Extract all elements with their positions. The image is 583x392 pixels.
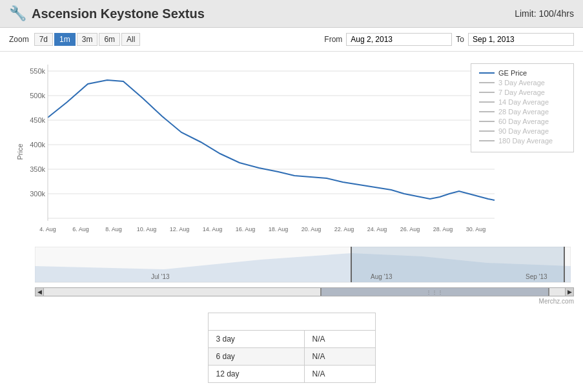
navigator-svg: Jul '13 Aug '13 Sep '13 [35,247,571,285]
price-line [48,80,495,200]
legend-14day: 14 Day Average [479,98,566,106]
svg-text:Sep '13: Sep '13 [526,273,547,280]
svg-text:20. Aug: 20. Aug [302,226,322,232]
legend-60day: 60 Day Average [479,118,566,125]
scrollbar-right-btn[interactable]: ▶ [565,287,574,296]
page-title: 🔧 Ascension Keystone Sextus [9,5,205,22]
svg-text:Aug '13: Aug '13 [371,273,393,280]
item-icon: 🔧 [9,5,26,22]
legend-180day: 180 Day Average [479,137,566,145]
svg-text:Jul '13: Jul '13 [151,273,170,280]
sto-6day-label: 6 day [208,348,304,366]
28day-line-icon [479,111,495,112]
svg-text:350k: 350k [30,165,45,173]
title-text: Ascension Keystone Sextus [32,6,205,21]
svg-text:8. Aug: 8. Aug [105,226,122,232]
y-axis-label: Price [16,143,24,160]
28day-label: 28 Day Average [498,108,549,116]
sto-header: STO Indicator (?) [208,313,375,331]
legend-7day: 7 Day Average [479,88,566,96]
zoom-6m[interactable]: 6m [99,33,120,46]
scrollbar-container: ◀ ⋮⋮⋮ ▶ [35,287,574,296]
from-label: From [324,35,342,44]
zoom-bar: Zoom 7d 1m 3m 6m All From To [0,28,583,52]
scrollbar-track[interactable]: ⋮⋮⋮ [44,287,565,296]
svg-text:400k: 400k [30,141,45,149]
chart-legend: GE Price 3 Day Average 7 Day Average 14 … [471,63,574,152]
page-header: 🔧 Ascension Keystone Sextus Limit: 100/4… [0,0,583,28]
sto-help[interactable]: (?) [269,317,278,326]
3day-label: 3 Day Average [498,79,545,87]
from-date-input[interactable] [346,33,452,46]
90day-line-icon [479,130,495,132]
sto-12day-label: 12 day [208,366,304,383]
attribution: Merchz.com [0,296,583,306]
svg-text:4. Aug: 4. Aug [39,226,56,232]
svg-text:28. Aug: 28. Aug [433,226,453,232]
sto-title: STO Indicator [216,317,267,326]
svg-text:300k: 300k [30,190,45,198]
180day-line-icon [479,140,495,141]
180day-label: 180 Day Average [498,137,553,145]
zoom-1m[interactable]: 1m [54,33,76,46]
svg-text:16. Aug: 16. Aug [236,226,256,232]
svg-text:18. Aug: 18. Aug [269,226,289,232]
14day-line-icon [479,101,495,103]
3day-line-icon [479,82,495,83]
14day-label: 14 Day Average [498,98,549,106]
svg-text:10. Aug: 10. Aug [137,226,157,232]
sto-3day-value: N/A [304,331,375,348]
legend-ge-price: GE Price [479,69,566,77]
zoom-controls: Zoom 7d 1m 3m 6m All [9,33,140,46]
to-date-input[interactable] [468,33,574,46]
sto-table: STO Indicator (?) 3 day N/A 6 day N/A 12… [208,313,376,383]
ge-price-line-icon [479,72,495,74]
svg-text:12. Aug: 12. Aug [170,226,190,232]
zoom-3m[interactable]: 3m [77,33,98,46]
sto-row-3day: 3 day N/A [208,331,375,348]
sto-6day-value: N/A [304,348,375,366]
scrollbar-thumb[interactable]: ⋮⋮⋮ [320,288,549,296]
svg-text:24. Aug: 24. Aug [367,226,387,232]
sto-row-12day: 12 day N/A [208,366,375,383]
svg-text:30. Aug: 30. Aug [466,226,486,232]
60day-label: 60 Day Average [498,118,549,125]
svg-text:550k: 550k [30,67,45,75]
scrollbar-left-btn[interactable]: ◀ [35,287,44,296]
7day-label: 7 Day Average [498,88,545,96]
to-label: To [456,35,464,44]
chart-container: Price 550k 500k 450k 400k 350k 300k [0,52,583,245]
legend-90day: 90 Day Average [479,127,566,135]
svg-text:14. Aug: 14. Aug [203,226,223,232]
legend-3day: 3 Day Average [479,79,566,87]
navigator: Jul '13 Aug '13 Sep '13 [35,247,574,287]
legend-28day: 28 Day Average [479,108,566,116]
rate-limit: Limit: 100/4hrs [515,8,574,19]
svg-text:450k: 450k [30,116,45,124]
sto-section: STO Indicator (?) 3 day N/A 6 day N/A 12… [0,306,583,392]
svg-text:26. Aug: 26. Aug [400,226,420,232]
zoom-label: Zoom [9,35,29,44]
svg-text:22. Aug: 22. Aug [334,226,354,232]
svg-text:6. Aug: 6. Aug [72,226,89,232]
chart-area: Price 550k 500k 450k 400k 350k 300k [9,58,574,245]
zoom-7d[interactable]: 7d [34,33,53,46]
sto-12day-value: N/A [304,366,375,383]
ge-price-label: GE Price [498,69,527,77]
zoom-all[interactable]: All [121,33,140,46]
sto-row-6day: 6 day N/A [208,348,375,366]
date-range: From To [324,33,574,46]
60day-line-icon [479,121,495,122]
svg-text:500k: 500k [30,92,45,99]
7day-line-icon [479,92,495,93]
90day-label: 90 Day Average [498,127,549,135]
sto-3day-label: 3 day [208,331,304,348]
